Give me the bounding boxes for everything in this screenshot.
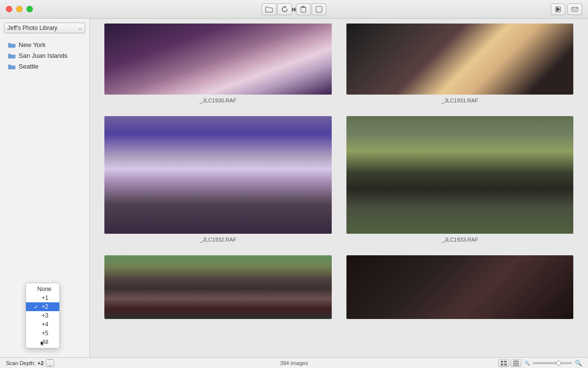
dropdown-check-plus5 xyxy=(34,330,40,336)
dropdown-check-plus1 xyxy=(34,295,40,301)
list-view-icon xyxy=(513,361,519,366)
close-button[interactable] xyxy=(6,6,12,12)
refresh-button[interactable] xyxy=(277,3,292,15)
photo-item-1931[interactable]: _JLC1931.RAF xyxy=(346,24,574,103)
photo-thumb-1931 xyxy=(346,24,574,95)
photo-label-1932: _JLC1932.RAF xyxy=(199,237,236,243)
dropdown-item-all[interactable]: All xyxy=(26,338,59,346)
photo-item-1930[interactable]: _JLC1930.RAF xyxy=(104,24,332,103)
photo-thumb-1930 xyxy=(104,24,332,95)
photo-thumb-extra2 xyxy=(346,255,574,319)
dropdown-item-plus5[interactable]: +5 xyxy=(26,329,59,338)
statusbar: Scan Depth: +2 ⌃⌄ 394 images xyxy=(0,357,588,368)
scan-depth-stepper[interactable]: ⌃⌄ xyxy=(46,359,54,367)
library-select-label: Jeff's Photo Library xyxy=(7,25,57,31)
dropdown-check-plus3 xyxy=(34,313,40,319)
main-toolbar xyxy=(262,3,326,15)
dropdown-label-plus3: +3 xyxy=(42,312,49,319)
play-icon xyxy=(555,6,561,12)
zoom-small-icon: 🔍 xyxy=(524,361,530,366)
dropdown-label-all: All xyxy=(42,339,48,345)
sidebar-item-label-new-york: New York xyxy=(19,41,46,49)
svg-rect-0 xyxy=(301,7,306,12)
action-toolbar-group xyxy=(296,3,326,15)
dropdown-item-plus2[interactable]: ✓ +2 xyxy=(26,302,59,311)
maximize-button[interactable] xyxy=(26,6,33,12)
main-layout: Jeff's Photo Library ⌄ New York San Juan… xyxy=(0,19,588,357)
dropdown-check-none xyxy=(34,286,35,292)
dropdown-item-none[interactable]: None xyxy=(26,285,59,294)
trash-icon xyxy=(300,6,306,13)
sidebar-item-seattle[interactable]: Seattle xyxy=(2,61,87,72)
titlebar: Spect xyxy=(0,0,588,19)
dropdown-item-plus4[interactable]: +4 xyxy=(26,320,59,329)
svg-rect-9 xyxy=(501,364,503,366)
photo-label-1930: _JLC1930.RAF xyxy=(199,98,236,103)
photo-item-1932[interactable]: _JLC1932.RAF xyxy=(104,116,332,243)
export-button[interactable] xyxy=(312,3,326,15)
zoom-slider[interactable] xyxy=(533,362,572,364)
library-select[interactable]: Jeff's Photo Library ⌄ xyxy=(4,23,85,33)
scan-depth-value: +2 xyxy=(38,360,44,366)
photo-thumb-1933 xyxy=(346,116,574,234)
mail-button[interactable] xyxy=(567,3,582,15)
photo-item-extra2[interactable] xyxy=(346,255,574,322)
zoom-large-icon: 🔍 xyxy=(575,360,582,367)
dropdown-check-plus2: ✓ xyxy=(34,304,40,310)
dropdown-label-plus1: +1 xyxy=(42,294,49,301)
dropdown-item-plus1[interactable]: +1 xyxy=(26,294,59,302)
dropdown-label-plus5: +5 xyxy=(42,330,49,337)
scan-depth-label: Scan Depth: xyxy=(6,360,36,366)
right-toolbar xyxy=(551,3,582,15)
photo-label-1931: _JLC1931.RAF xyxy=(441,98,478,103)
dropdown-label-plus4: +4 xyxy=(42,321,49,328)
svg-rect-13 xyxy=(513,365,519,366)
svg-rect-7 xyxy=(501,361,503,363)
sidebar-item-label-san-juan: San Juan Islands xyxy=(19,52,68,59)
list-view-button[interactable] xyxy=(511,359,521,367)
library-select-arrow-icon: ⌄ xyxy=(78,25,82,31)
folder-icon-seattle xyxy=(8,64,16,70)
stepper-arrows-icon: ⌃⌄ xyxy=(49,359,52,368)
open-folder-button[interactable] xyxy=(262,3,276,15)
statusbar-right: 🔍 🔍 xyxy=(498,359,582,367)
play-button[interactable] xyxy=(551,3,565,15)
folder-icon xyxy=(265,6,273,13)
photo-grid-container[interactable]: _JLC1930.RAF _JLC1931.RAF _JLC1932.RAF _… xyxy=(90,19,588,357)
image-count: 394 images xyxy=(280,360,308,366)
folder-icon-san-juan xyxy=(8,53,16,59)
svg-rect-3 xyxy=(316,6,322,12)
photo-item-1933[interactable]: _JLC1933.RAF xyxy=(346,116,574,243)
dropdown-check-all xyxy=(34,339,40,345)
delete-button[interactable] xyxy=(296,3,311,15)
folder-icon-new-york xyxy=(8,42,16,48)
sidebar-item-san-juan-islands[interactable]: San Juan Islands xyxy=(2,50,87,61)
svg-rect-8 xyxy=(504,361,507,363)
statusbar-left: Scan Depth: +2 ⌃⌄ xyxy=(6,359,54,367)
mail-icon xyxy=(571,7,578,12)
svg-marker-4 xyxy=(557,7,560,11)
dropdown-item-plus3[interactable]: +3 xyxy=(26,311,59,320)
dropdown-check-plus4 xyxy=(34,321,40,327)
photo-thumb-1932 xyxy=(104,116,332,234)
dropdown-label-plus2: +2 xyxy=(42,303,49,310)
window-controls xyxy=(6,6,33,12)
photo-label-1933: _JLC1933.RAF xyxy=(441,237,478,243)
export-icon xyxy=(316,6,322,13)
grid-view-icon xyxy=(501,361,507,366)
svg-rect-11 xyxy=(513,361,519,362)
zoom-slider-thumb xyxy=(556,361,561,366)
sidebar-item-label-seattle: Seattle xyxy=(19,63,38,70)
svg-rect-10 xyxy=(504,364,507,366)
grid-view-button[interactable] xyxy=(498,359,509,367)
scan-depth-dropdown: None +1 ✓ +2 +3 +4 +5 All xyxy=(25,283,60,348)
sidebar-item-new-york[interactable]: New York xyxy=(2,40,87,50)
view-icons xyxy=(498,359,521,367)
photo-item-extra1[interactable] xyxy=(104,255,332,322)
file-toolbar-group xyxy=(262,3,292,15)
svg-rect-12 xyxy=(513,363,519,364)
refresh-icon xyxy=(281,6,288,13)
dropdown-label-none: None xyxy=(37,286,51,293)
minimize-button[interactable] xyxy=(16,6,23,12)
photo-thumb-extra1 xyxy=(104,255,332,319)
